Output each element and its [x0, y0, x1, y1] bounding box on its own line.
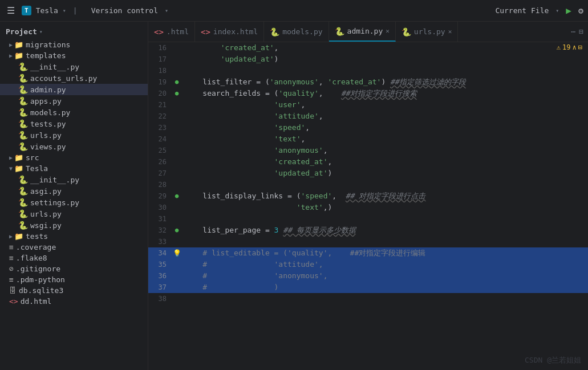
html-icon: <>	[9, 297, 18, 306]
sidebar-item-init2[interactable]: 🐍 __init__.py	[0, 174, 148, 185]
line-content[interactable]: 'created_at',	[183, 156, 588, 168]
project-arrow: ▾	[39, 29, 43, 35]
sidebar-item-views[interactable]: 🐍 views.py	[0, 141, 148, 152]
line-content[interactable]: 'text',	[183, 133, 588, 145]
code-line-33: 33	[148, 236, 588, 247]
sidebar-item-ddhtml[interactable]: <> dd.html	[0, 296, 148, 307]
line-gutter	[171, 145, 183, 156]
overflow-icon: ⋯	[571, 27, 575, 36]
code-line-29: 29 ● list_display_links = ('speed', ## 对…	[148, 190, 588, 202]
code-line-25: 25 'anonymous',	[148, 145, 588, 156]
sidebar-item-tesla[interactable]: ▼ 📁 Tesla	[0, 163, 148, 174]
line-gutter	[171, 259, 183, 270]
tab-label: admin.py	[347, 27, 383, 35]
code-line-23: 23 'speed',	[148, 122, 588, 133]
line-number: 29	[148, 190, 171, 202]
folder-icon: 📁	[14, 153, 23, 162]
line-content[interactable]: 'anonymous',	[183, 145, 588, 156]
split-icon: ⊟	[579, 27, 583, 36]
sidebar-item-label: .pdm-python	[16, 275, 65, 284]
line-content[interactable]: list_per_page = 3 ## 每页显示多少数据	[183, 225, 588, 236]
line-content[interactable]	[183, 65, 588, 76]
tab-bar: <> .html <> index.html 🐍 models.py 🐍 adm…	[148, 22, 588, 42]
project-label: Project	[6, 27, 37, 36]
code-line-17: 17 'updated_at')	[148, 54, 588, 65]
sidebar-item-sqlite[interactable]: 🗄 db.sqlite3	[0, 285, 148, 296]
tab-close-icon[interactable]: ✕	[448, 28, 452, 35]
line-content[interactable]: search_fields = ('quality', ##对指定字段进行搜索	[183, 88, 588, 99]
code-line-37: 37 # )	[148, 282, 588, 293]
line-content[interactable]: 'speed',	[183, 122, 588, 133]
sidebar-item-pdm[interactable]: ≡ .pdm-python	[0, 274, 148, 285]
sidebar-item-flake8[interactable]: ≡ .flake8	[0, 253, 148, 263]
line-number: 27	[148, 168, 171, 179]
tab-admin-py[interactable]: 🐍 admin.py ✕	[329, 22, 396, 42]
sidebar-item-label: apps.py	[30, 97, 62, 105]
sidebar-item-models[interactable]: 🐍 models.py	[0, 107, 148, 118]
sidebar-item-settings[interactable]: 🐍 settings.py	[0, 197, 148, 208]
tab-overflow[interactable]: ⋯ ⊟	[566, 27, 588, 36]
sidebar: Project ▾ ▶ 📁 migrations ▶ 📁 templates 🐍…	[0, 22, 148, 370]
python-icon: 🐍	[18, 198, 28, 207]
sidebar-item-coverage[interactable]: ≡ .coverage	[0, 242, 148, 253]
tab-urls-py[interactable]: 🐍 urls.py ✕	[396, 22, 458, 42]
file-icon: ≡	[9, 254, 14, 262]
line-content[interactable]: list_display_links = ('speed', ## 对指定字段进…	[183, 190, 588, 202]
sidebar-item-tests-folder[interactable]: ▶ 📁 tests	[0, 231, 148, 242]
line-content[interactable]	[183, 213, 588, 225]
line-content[interactable]: 'updated_at')	[183, 54, 588, 65]
line-gutter	[171, 65, 183, 76]
hamburger-icon[interactable]: ☰	[5, 3, 17, 18]
sidebar-item-init1[interactable]: 🐍 __init__.py	[0, 61, 148, 72]
sidebar-item-urls1[interactable]: 🐍 urls.py	[0, 129, 148, 141]
version-control-label[interactable]: Version control	[91, 6, 158, 15]
sidebar-item-accouts-urls[interactable]: 🐍 accouts_urls.py	[0, 72, 148, 84]
line-gutter	[171, 156, 183, 168]
sidebar-item-label: dd.html	[21, 297, 52, 306]
line-content[interactable]: # 'anonymous',	[183, 270, 588, 282]
sidebar-item-admin[interactable]: 🐍 admin.py	[0, 84, 148, 95]
line-content[interactable]: 'updated_at')	[183, 168, 588, 179]
sidebar-item-label: urls.py	[30, 131, 62, 140]
line-content[interactable]: list_filter = ('anonymous', 'created_at'…	[183, 76, 588, 88]
code-editor[interactable]: ⚠ 19 ∧ ⊟ 16 'created_at', 17 'updated_at…	[148, 42, 588, 370]
sidebar-item-gitignore[interactable]: ⊘ .gitignore	[0, 263, 148, 274]
line-content[interactable]: # list_editable = ('quality', ##对指定字段进行编…	[183, 247, 588, 259]
sidebar-item-asgi[interactable]: 🐍 asgi.py	[0, 185, 148, 197]
line-content[interactable]: 'text',)	[183, 202, 588, 213]
run-icon[interactable]: ▶	[566, 5, 571, 16]
current-file-dropdown-icon[interactable]: ▾	[555, 7, 559, 14]
line-content[interactable]: 'user',	[183, 99, 588, 111]
line-content[interactable]	[183, 236, 588, 247]
python-icon: 🐍	[18, 221, 28, 230]
sidebar-item-src[interactable]: ▶ 📁 src	[0, 152, 148, 163]
line-content[interactable]: # )	[183, 282, 588, 293]
warning-expand-icon[interactable]: ∧	[573, 43, 577, 51]
sidebar-item-apps[interactable]: 🐍 apps.py	[0, 95, 148, 107]
sidebar-item-wsgi[interactable]: 🐍 wsgi.py	[0, 219, 148, 231]
line-content[interactable]: 'attitude',	[183, 111, 588, 122]
gear-icon[interactable]: ⚙	[578, 6, 583, 16]
sidebar-header[interactable]: Project ▾	[0, 24, 148, 39]
line-content[interactable]	[183, 293, 588, 304]
line-gutter: ●	[171, 190, 183, 202]
tab-html-partial[interactable]: <> .html	[148, 22, 195, 42]
sidebar-item-urls2[interactable]: 🐍 urls.py	[0, 208, 148, 219]
sidebar-item-migrations[interactable]: ▶ 📁 migrations	[0, 39, 148, 50]
version-dropdown-icon[interactable]: ▾	[165, 7, 168, 14]
line-content[interactable]: # 'attitude',	[183, 259, 588, 270]
line-gutter	[171, 202, 183, 213]
sidebar-item-templates[interactable]: ▶ 📁 templates	[0, 50, 148, 61]
sidebar-item-tests-py[interactable]: 🐍 tests.py	[0, 118, 148, 129]
line-content[interactable]	[183, 179, 588, 190]
gutter-dot: ●	[175, 225, 179, 236]
app-dropdown-icon[interactable]: ▾	[63, 7, 66, 14]
sidebar-item-label: Tesla	[26, 164, 48, 173]
tab-label: models.py	[282, 27, 322, 36]
line-number: 22	[148, 111, 171, 122]
tab-models-py[interactable]: 🐍 models.py	[264, 22, 329, 42]
line-content[interactable]: 'created_at',	[183, 42, 588, 54]
tab-index-html[interactable]: <> index.html	[195, 22, 264, 42]
tab-close-icon[interactable]: ✕	[386, 27, 390, 35]
warning-scroll-icon[interactable]: ⊟	[578, 43, 582, 51]
